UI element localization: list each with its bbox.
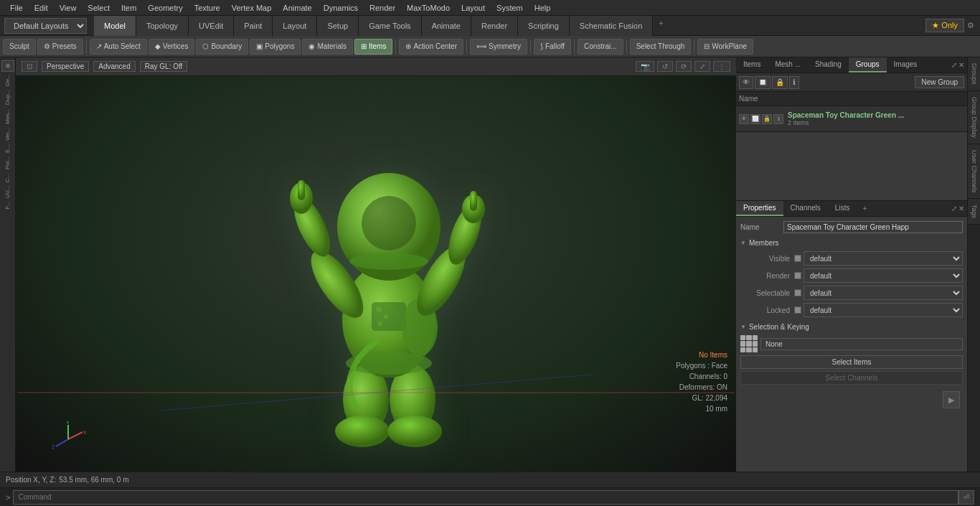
command-input[interactable] [13, 490, 958, 505]
command-go-button[interactable]: ⏎ [958, 490, 974, 505]
ray-gl-label[interactable]: Ray GL: Off [140, 61, 188, 72]
falloff-button[interactable]: ⟆ Falloff [534, 39, 571, 55]
rotate-icon[interactable]: ↺ [657, 61, 673, 72]
menu-animate[interactable]: Animate [277, 2, 317, 14]
work-plane-button[interactable]: ⊟ WorkPlane [697, 39, 753, 55]
prop-close-icon[interactable]: ✕ [958, 205, 964, 212]
kg-6 [753, 341, 758, 346]
menu-file[interactable]: File [4, 2, 29, 14]
expand-icon[interactable]: ⊡ [22, 61, 37, 72]
menu-geometry[interactable]: Geometry [142, 2, 188, 14]
tab-setup[interactable]: Setup [317, 16, 359, 36]
item-render-icon[interactable]: ⬜ [750, 114, 760, 124]
maximize-icon[interactable]: ⤢ [694, 61, 710, 72]
render-select[interactable]: default [804, 268, 963, 283]
visible-dot [794, 255, 801, 262]
info-button[interactable]: ℹ [789, 76, 799, 89]
tab-layout[interactable]: Layout [273, 16, 317, 36]
layout-dropdown[interactable]: Default Layouts [4, 18, 87, 34]
vtab-user-channels[interactable]: User Channels [968, 144, 980, 200]
prop-tab-lists[interactable]: Lists [828, 201, 857, 216]
refresh-icon[interactable]: ⟳ [676, 61, 692, 72]
tab-render[interactable]: Render [471, 16, 518, 36]
tab-mesh[interactable]: Mesh ... [768, 57, 808, 72]
menu-view[interactable]: View [54, 2, 83, 14]
tab-images[interactable]: Images [887, 57, 925, 72]
prop-tab-properties[interactable]: Properties [736, 201, 783, 216]
panel-expand-icon[interactable]: ⤢ [951, 61, 957, 69]
star-only-button[interactable]: ★ Only [925, 19, 964, 32]
viewport-canvas[interactable]: X Y Z No Items Polygons : Face Channels:… [16, 76, 736, 472]
camera-icon[interactable]: 📷 [636, 61, 654, 72]
prop-tab-add[interactable]: + [857, 201, 872, 216]
menu-layout[interactable]: Layout [456, 2, 491, 14]
menu-render[interactable]: Render [364, 2, 401, 14]
sculpt-button[interactable]: Sculpt [3, 39, 36, 55]
sidebar-item-1[interactable]: ⊞ [1, 60, 14, 72]
menu-texture[interactable]: Texture [189, 2, 226, 14]
menu-help[interactable]: Help [529, 2, 557, 14]
svg-text:X: X [83, 430, 86, 435]
tab-topology[interactable]: Topology [136, 16, 189, 36]
prop-expand-icon[interactable]: ⤢ [951, 205, 957, 212]
vtab-group-display[interactable]: Group Display [968, 91, 980, 144]
action-center-button[interactable]: ⊕ Action Center [399, 39, 463, 55]
svg-text:Y: Y [66, 421, 70, 425]
menu-select[interactable]: Select [82, 2, 116, 14]
menu-system[interactable]: System [491, 2, 529, 14]
vertices-button[interactable]: ◆ Vertices [149, 39, 195, 55]
tab-uvedit[interactable]: UVEdit [189, 16, 234, 36]
vtab-tags[interactable]: Tags [968, 199, 980, 225]
tab-shading[interactable]: Shading [808, 57, 849, 72]
eye-button[interactable]: 👁 [739, 76, 753, 89]
prop-tab-channels[interactable]: Channels [783, 201, 828, 216]
group-item[interactable]: 👁 ⬜ 🔒 ℹ Spaceman Toy Character Green ...… [736, 106, 967, 132]
menu-dynamics[interactable]: Dynamics [318, 2, 364, 14]
item-eye-icon[interactable]: 👁 [739, 114, 749, 124]
constraints-button[interactable]: Constrai... [578, 39, 623, 55]
expand-right-button[interactable]: ▶ [943, 391, 960, 408]
tab-scripting[interactable]: Scripting [518, 16, 570, 36]
settings-button[interactable]: ⚙ [967, 21, 974, 30]
auto-select-button[interactable]: ↗ Auto Select [90, 39, 147, 55]
menu-item[interactable]: Item [116, 2, 142, 14]
select-channels-button[interactable]: Select Channels [740, 371, 963, 385]
menu-vertex-map[interactable]: Vertex Map [226, 2, 278, 14]
items-button[interactable]: ⊞ Items [354, 39, 392, 55]
symmetry-button[interactable]: ⟺ Symmetry [470, 39, 527, 55]
render-mode-label: Advanced [93, 61, 135, 72]
polygons-button[interactable]: ▣ Polygons [250, 39, 301, 55]
item-info-icon[interactable]: ℹ [773, 114, 783, 124]
visible-select[interactable]: default [804, 251, 963, 266]
render-button[interactable]: 🔲 [755, 76, 771, 89]
locked-select[interactable]: default [804, 303, 963, 317]
materials-button[interactable]: ◉ Materials [302, 39, 353, 55]
vtab-groups[interactable]: Groups [968, 57, 980, 91]
boundary-button[interactable]: ⬡ Boundary [196, 39, 248, 55]
tab-paint[interactable]: Paint [234, 16, 273, 36]
presets-button[interactable]: ⚙ Presets [37, 39, 83, 55]
new-group-button[interactable]: New Group [915, 76, 964, 88]
name-row: Name [740, 221, 963, 233]
selectable-select[interactable]: default [804, 286, 963, 300]
select-items-button[interactable]: Select Items [740, 355, 963, 369]
menu-maxtomodo[interactable]: MaxToModo [401, 2, 456, 14]
name-input[interactable] [783, 221, 963, 233]
svg-line-27 [56, 439, 68, 446]
viewport[interactable]: ⊡ Perspective Advanced Ray GL: Off 📷 ↺ ⟳… [16, 57, 736, 472]
panel-close-icon[interactable]: ✕ [958, 61, 964, 69]
more-icon[interactable]: ⋮ [713, 61, 730, 72]
lock-button[interactable]: 🔒 [772, 76, 788, 89]
item-lock-icon[interactable]: 🔒 [762, 114, 772, 124]
tab-schematic[interactable]: Schematic Fusion [570, 16, 653, 36]
separator3 [466, 39, 467, 54]
tab-animate[interactable]: Animate [422, 16, 471, 36]
tab-model[interactable]: Model [94, 16, 136, 36]
tab-items[interactable]: Items [736, 57, 768, 72]
tab-plus[interactable]: + [653, 16, 669, 36]
tab-groups[interactable]: Groups [849, 57, 887, 72]
menu-edit[interactable]: Edit [29, 2, 54, 14]
tab-gametools[interactable]: Game Tools [359, 16, 422, 36]
select-through-button[interactable]: Select Through [630, 39, 692, 55]
members-section: Members [740, 239, 963, 247]
